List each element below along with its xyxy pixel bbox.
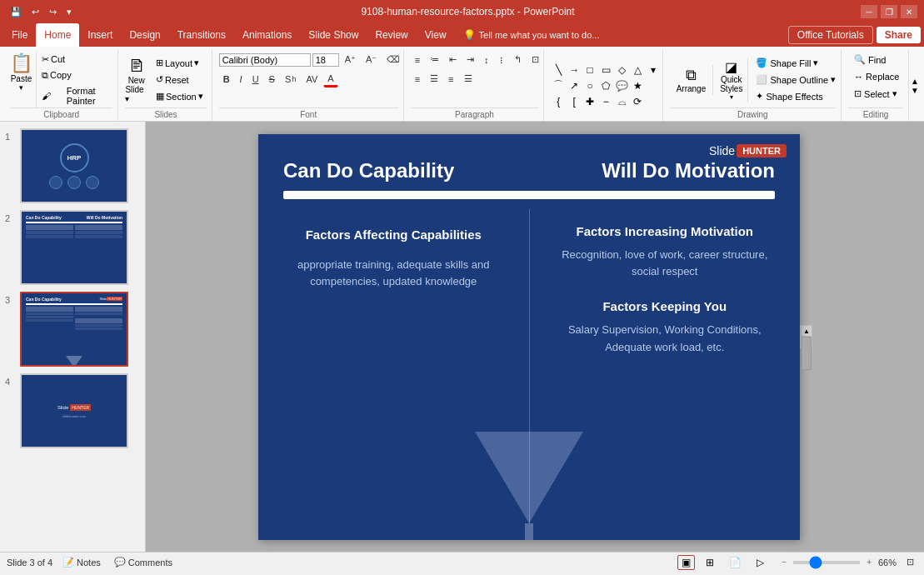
paste-button[interactable]: 📋 Paste ▾ (10, 52, 37, 108)
paste-dropdown-arrow[interactable]: ▾ (19, 83, 23, 92)
shape-star[interactable]: ★ (630, 78, 645, 93)
shadow-button[interactable]: Sh (281, 72, 300, 87)
normal-view-button[interactable]: ▣ (677, 555, 695, 570)
align-center-button[interactable]: ☰ (426, 71, 442, 87)
font-color-button[interactable]: A (323, 71, 337, 88)
left-heading: Factors Affecting Capabilities (306, 226, 482, 243)
bold-button[interactable]: B (219, 72, 234, 87)
redo-button[interactable]: ↪ (46, 5, 60, 19)
font-size-input[interactable] (312, 53, 339, 67)
align-right-button[interactable]: ≡ (444, 72, 457, 87)
layout-button[interactable]: ⊞ Layout ▾ (152, 56, 207, 70)
increase-font-button[interactable]: A⁺ (341, 52, 360, 68)
align-left-button[interactable]: ≡ (411, 72, 424, 87)
increase-indent-button[interactable]: ⇥ (462, 52, 478, 68)
shape-pentagon[interactable]: ⬠ (598, 78, 613, 93)
find-button[interactable]: 🔍Find (848, 52, 892, 68)
copy-button[interactable]: ⧉Copy (38, 68, 112, 82)
shape-curve[interactable]: ⌒ (551, 78, 566, 93)
bullet-list-button[interactable]: ≡ (411, 52, 424, 68)
smart-art-button[interactable]: ⊡ (527, 52, 543, 68)
share-button[interactable]: Share (877, 27, 921, 43)
menu-slideshow[interactable]: Slide Show (300, 23, 367, 47)
comments-button[interactable]: 💬 Comments (111, 556, 176, 568)
menu-review[interactable]: Review (367, 23, 416, 47)
scroll-thumb[interactable] (802, 337, 812, 370)
columns-button[interactable]: ⫶ (495, 52, 508, 68)
fit-slide-button[interactable]: ⊡ (903, 556, 917, 568)
shape-brace[interactable]: { (551, 94, 566, 109)
close-button[interactable]: ✕ (901, 5, 917, 18)
strikethrough-button[interactable]: S (265, 72, 279, 87)
slide-sorter-button[interactable]: ⊞ (702, 555, 718, 570)
shape-bracket[interactable]: [ (567, 94, 582, 109)
ribbon-scroll-up[interactable]: ▲ (911, 77, 919, 86)
slide-4-thumbnail[interactable]: Slide HUNTER slidehunter.com (20, 373, 128, 448)
undo-button[interactable]: ↩ (28, 5, 42, 19)
shape-cross[interactable]: ✚ (582, 94, 597, 109)
reset-button[interactable]: ↺ Reset (152, 72, 207, 87)
underline-button[interactable]: U (248, 72, 263, 87)
minimize-button[interactable]: ─ (861, 5, 877, 18)
shape-arc[interactable]: ⌓ (614, 94, 629, 109)
quick-styles-button[interactable]: ◪ QuickStyles ▾ (715, 58, 748, 102)
clear-formatting-button[interactable]: ⌫ (382, 52, 404, 68)
shape-arrow[interactable]: → (567, 62, 582, 78)
replace-button[interactable]: ↔Replace (848, 69, 905, 84)
menu-home[interactable]: Home (36, 23, 79, 47)
scroll-up-button[interactable]: ▲ (801, 325, 812, 337)
shape-callout[interactable]: 💬 (614, 78, 629, 93)
shape-circle[interactable]: ○ (582, 78, 597, 93)
shape-more[interactable]: ▾ (646, 62, 661, 78)
justify-button[interactable]: ☰ (460, 71, 477, 87)
customize-button[interactable]: ▾ (63, 5, 75, 19)
menu-view[interactable]: View (417, 23, 455, 47)
shape-triangle[interactable]: △ (630, 62, 645, 78)
shape-outline-button[interactable]: ⬜Shape Outline ▾ (750, 72, 842, 87)
zoom-slider[interactable] (793, 561, 860, 564)
menu-insert[interactable]: Insert (79, 23, 121, 47)
new-slide-button[interactable]: 🖹 New Slide ▾ (125, 57, 147, 103)
menu-transitions[interactable]: Transitions (169, 23, 234, 47)
shape-diamond[interactable]: ◇ (614, 62, 629, 78)
text-dir-button[interactable]: ↰ (510, 52, 526, 68)
slide-1-thumbnail[interactable]: HRP (20, 128, 128, 203)
comments-icon: 💬 (114, 557, 126, 568)
office-tutorials-button[interactable]: Office Tutorials (788, 26, 873, 44)
italic-button[interactable]: I (236, 72, 247, 87)
reading-view-button[interactable]: 📄 (725, 555, 746, 570)
font-name-input[interactable] (219, 53, 311, 67)
main-slide[interactable]: Slide HUNTER Can Do Capability Will Do M… (258, 134, 800, 540)
save-button[interactable]: 💾 (7, 5, 25, 19)
notes-button[interactable]: 📝 Notes (59, 556, 104, 568)
shape-fill-button[interactable]: 🪣Shape Fill ▾ (750, 56, 842, 70)
slide-3-thumbnail[interactable]: Can Do Capability SlideHUNTER (20, 292, 128, 367)
line-spacing-button[interactable]: ↕ (480, 52, 493, 68)
cut-button[interactable]: ✂Cut (38, 52, 112, 67)
shape-custom[interactable]: ⟳ (630, 94, 645, 109)
section-button[interactable]: ▦ Section ▾ (152, 89, 207, 103)
format-painter-button[interactable]: 🖌Format Painter (38, 84, 112, 108)
slideshow-view-button[interactable]: ▷ (752, 555, 768, 570)
decrease-indent-button[interactable]: ⇤ (445, 52, 461, 68)
arrange-button[interactable]: ⧉ Arrange (670, 65, 714, 95)
menu-file[interactable]: File (3, 23, 36, 47)
shape-minus[interactable]: − (598, 94, 613, 109)
shape-effects-button[interactable]: ✦Shape Effects (750, 89, 842, 103)
menu-design[interactable]: Design (121, 23, 168, 47)
shape-line[interactable]: ╲ (551, 62, 566, 78)
menu-animations[interactable]: Animations (234, 23, 300, 47)
menu-tellme[interactable]: 💡 Tell me what you want to do... (455, 23, 608, 47)
decrease-font-button[interactable]: A⁻ (362, 52, 381, 68)
quick-styles-arrow[interactable]: ▾ (730, 93, 733, 101)
restore-button[interactable]: ❐ (881, 5, 897, 18)
shape-rect[interactable]: □ (582, 62, 597, 78)
char-spacing-button[interactable]: AV (302, 72, 322, 87)
ribbon-scroll-down[interactable]: ▼ (911, 86, 919, 95)
shape-connector[interactable]: ↗ (567, 78, 582, 93)
s3-right (75, 307, 122, 353)
select-button[interactable]: ⊡Select ▾ (848, 86, 903, 102)
numbered-list-button[interactable]: ≔ (426, 52, 443, 68)
shape-rounded-rect[interactable]: ▭ (598, 62, 613, 78)
slide-2-thumbnail[interactable]: Can Do Capability Will Do Motivation (20, 210, 128, 285)
